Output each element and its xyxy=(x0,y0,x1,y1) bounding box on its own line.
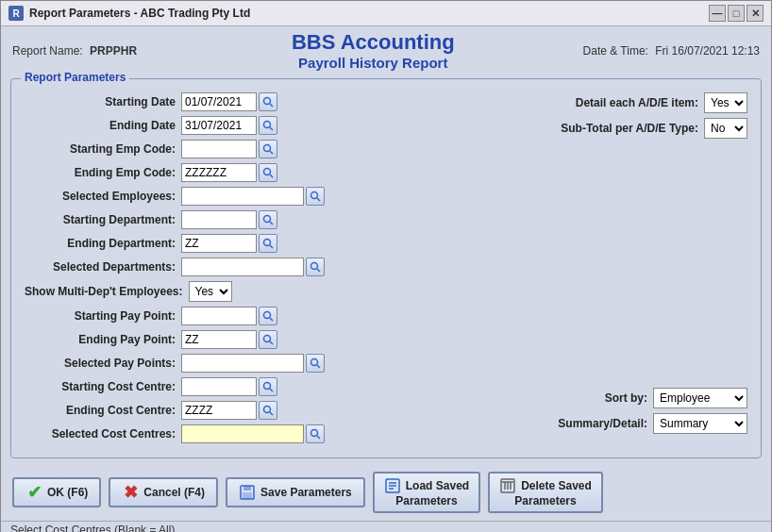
sort-by-select[interactable]: Employee Department Pay Point xyxy=(653,388,747,408)
datetime-label: Date & Time: xyxy=(583,44,648,58)
show-multi-select[interactable]: Yes No xyxy=(189,281,232,302)
ok-icon: ✔ xyxy=(25,484,42,501)
starting-pay-row: Starting Pay Point: xyxy=(25,307,377,325)
close-button[interactable]: ✕ xyxy=(747,5,764,22)
ending-date-search-button[interactable] xyxy=(259,116,277,135)
subtotal-select[interactable]: No Yes xyxy=(704,118,747,139)
load-label-line1: Load Saved xyxy=(406,479,469,492)
ending-date-row: Ending Date 31/07/2021 xyxy=(25,116,377,135)
svg-point-12 xyxy=(264,240,271,246)
search-icon xyxy=(310,428,321,440)
ending-dept-input[interactable] xyxy=(181,234,257,253)
ending-cost-search-button[interactable] xyxy=(259,401,277,420)
starting-date-search-button[interactable] xyxy=(259,92,277,111)
svg-line-19 xyxy=(270,341,273,344)
ending-cost-input[interactable] xyxy=(181,401,257,420)
selected-cost-input[interactable] xyxy=(181,424,304,443)
group-legend: Report Parameters xyxy=(21,71,129,84)
starting-dept-label: Starting Department: xyxy=(25,213,176,226)
svg-point-14 xyxy=(311,263,318,270)
ending-dept-search-button[interactable] xyxy=(259,234,277,253)
summary-detail-select[interactable]: Summary Detail xyxy=(653,413,747,434)
search-icon xyxy=(262,310,274,322)
ok-button[interactable]: ✔ OK (F6) xyxy=(12,477,101,507)
load-icon xyxy=(384,477,401,494)
starting-dept-search-button[interactable] xyxy=(259,210,277,229)
selected-pay-search-button[interactable] xyxy=(306,354,325,373)
right-column: Detail each A/D/E item: Yes No Sub-Total… xyxy=(395,92,747,448)
starting-dept-row: Starting Department: xyxy=(25,210,377,229)
selected-depts-search-button[interactable] xyxy=(306,258,325,276)
starting-pay-search-button[interactable] xyxy=(259,307,277,325)
subtotal-label: Sub-Total per A/D/E Type: xyxy=(561,122,698,135)
status-bar: Select Cost Centres (Blank = All) xyxy=(1,521,771,532)
starting-cost-search-button[interactable] xyxy=(259,377,277,396)
cancel-icon: ✖ xyxy=(122,484,139,501)
selected-depts-label: Selected Departments: xyxy=(25,260,176,274)
ending-emp-code-input[interactable] xyxy=(181,163,257,182)
selected-depts-input[interactable] xyxy=(181,258,304,276)
save-label: Save Parameters xyxy=(260,486,352,499)
search-icon xyxy=(262,381,274,392)
starting-emp-code-search-button[interactable] xyxy=(259,140,277,158)
app-title: BBS Accounting xyxy=(163,30,583,55)
summary-detail-row: Summary/Detail: Summary Detail xyxy=(395,413,747,434)
svg-line-3 xyxy=(270,127,273,130)
minimize-button[interactable]: — xyxy=(709,5,726,22)
svg-point-0 xyxy=(264,98,271,105)
starting-emp-code-row: Starting Emp Code: xyxy=(25,140,377,158)
selected-employees-label: Selected Employees: xyxy=(25,190,176,203)
svg-line-21 xyxy=(317,365,320,368)
svg-point-22 xyxy=(264,383,271,390)
selected-employees-search-button[interactable] xyxy=(306,187,325,206)
starting-cost-label: Starting Cost Centre: xyxy=(25,380,176,393)
footer-buttons: ✔ OK (F6) ✖ Cancel (F4) Save Parameters … xyxy=(1,464,771,521)
cancel-button[interactable]: ✖ Cancel (F4) xyxy=(109,477,218,507)
svg-point-10 xyxy=(264,216,271,223)
save-button[interactable]: Save Parameters xyxy=(226,477,365,507)
delete-button[interactable]: Delete Saved Parameters xyxy=(488,472,603,513)
starting-dept-input[interactable] xyxy=(181,210,257,229)
maximize-button[interactable]: □ xyxy=(728,5,745,22)
window-title: Report Parameters - ABC Trading Pty Ltd xyxy=(29,7,250,20)
search-icon xyxy=(262,334,274,345)
ending-date-input[interactable]: 31/07/2021 xyxy=(181,116,257,135)
right-bottom-fields: Sort by: Employee Department Pay Point S… xyxy=(395,388,747,439)
params-grid: Starting Date 01/07/2021 Ending Date 31/… xyxy=(25,92,747,448)
cancel-label: Cancel (F4) xyxy=(143,486,205,499)
ending-pay-input[interactable] xyxy=(181,330,257,349)
starting-cost-input[interactable] xyxy=(181,377,257,396)
sort-by-label: Sort by: xyxy=(605,391,647,405)
svg-point-2 xyxy=(264,122,271,128)
save-icon xyxy=(239,484,256,501)
ending-emp-code-search-button[interactable] xyxy=(259,163,277,182)
starting-pay-input[interactable] xyxy=(181,307,257,325)
load-label-line2: Parameters xyxy=(395,494,457,507)
show-multi-row: Show Multi-Dep't Employees: Yes No xyxy=(25,281,377,302)
starting-cost-row: Starting Cost Centre: xyxy=(25,377,377,396)
selected-cost-search-button[interactable] xyxy=(306,424,325,443)
ending-dept-label: Ending Department: xyxy=(25,237,176,250)
header-bar: Report Name: PRPPHR BBS Accounting Payro… xyxy=(1,26,771,73)
load-button[interactable]: Load Saved Parameters xyxy=(373,472,480,513)
starting-emp-code-input[interactable] xyxy=(181,140,257,158)
selected-depts-row: Selected Departments: xyxy=(25,258,377,276)
svg-line-15 xyxy=(317,269,320,272)
selected-cost-row: Selected Cost Centres: xyxy=(25,424,377,443)
search-icon xyxy=(262,143,274,155)
ending-cost-row: Ending Cost Centre: xyxy=(25,401,377,420)
svg-point-18 xyxy=(264,336,271,342)
app-icon: R xyxy=(8,6,24,21)
right-top-fields: Detail each A/D/E item: Yes No Sub-Total… xyxy=(395,92,747,143)
report-name-label: Report Name: xyxy=(12,44,83,58)
svg-line-25 xyxy=(270,412,273,415)
starting-date-input[interactable]: 01/07/2021 xyxy=(181,92,257,111)
ok-label: OK (F6) xyxy=(47,486,88,499)
ending-cost-label: Ending Cost Centre: xyxy=(25,404,176,417)
selected-pay-input[interactable] xyxy=(181,354,304,373)
selected-employees-input[interactable] xyxy=(181,187,304,206)
detail-each-select[interactable]: Yes No xyxy=(704,92,747,113)
svg-line-7 xyxy=(270,175,273,177)
detail-each-label: Detail each A/D/E item: xyxy=(576,96,698,109)
ending-pay-search-button[interactable] xyxy=(259,330,277,349)
